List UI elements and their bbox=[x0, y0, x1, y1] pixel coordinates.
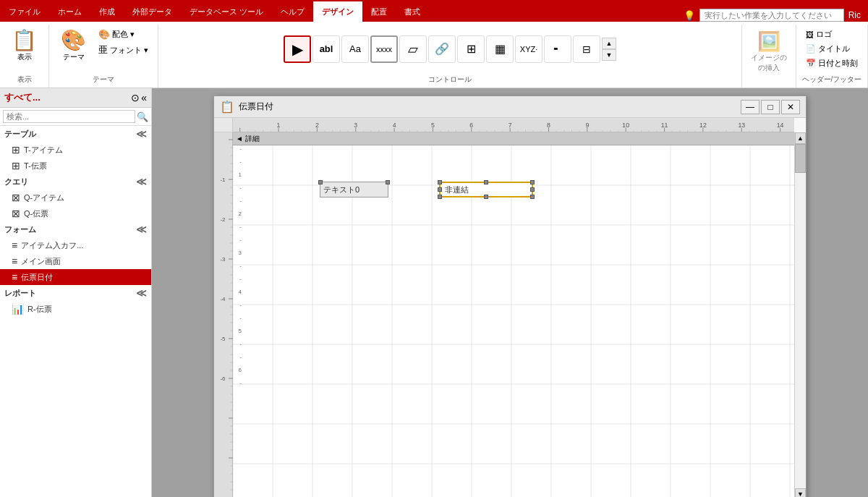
handle-top[interactable] bbox=[484, 180, 488, 184]
scroll-down-button[interactable]: ▼ bbox=[795, 488, 806, 497]
search-command-input[interactable] bbox=[699, 9, 844, 22]
color-button[interactable]: 🎨 配色 ▾ bbox=[95, 27, 152, 41]
title-icon: 📄 bbox=[806, 44, 816, 54]
svg-text:-5: -5 bbox=[220, 336, 226, 342]
svg-text:-6: -6 bbox=[220, 375, 226, 382]
scrollbar-track[interactable] bbox=[795, 144, 806, 488]
tab-external[interactable]: 外部データ bbox=[124, 1, 181, 22]
sidebar-section-query: クエリ ≪ ⊠ Q-アイテム ⊠ Q-伝票 bbox=[0, 174, 151, 221]
image-label2: の挿入 bbox=[758, 63, 780, 73]
unbound-control-label: 非連結 bbox=[445, 184, 469, 195]
tab-design[interactable]: デザイン bbox=[313, 1, 362, 22]
table-button[interactable]: ▦ bbox=[486, 35, 514, 63]
title-button[interactable]: 📄 タイトル bbox=[802, 42, 861, 56]
form-main-label: メイン画面 bbox=[21, 256, 61, 267]
svg-text:14: 14 bbox=[777, 122, 784, 129]
sidebar-search-area: 🔍 bbox=[0, 108, 151, 126]
theme-button[interactable]: 🎨 テーマ bbox=[55, 27, 92, 65]
cursor-button[interactable]: ▶ bbox=[284, 35, 311, 63]
sidebar-section-report-header[interactable]: レポート ≪ bbox=[0, 285, 151, 301]
logo-button[interactable]: 🖼 ロゴ bbox=[802, 27, 861, 41]
textbox-button[interactable]: abl bbox=[312, 35, 340, 63]
sidebar-expand-icon[interactable]: ⊙ bbox=[131, 92, 140, 103]
font-icon: 亜 bbox=[98, 43, 108, 56]
line-button[interactable]: ╸ bbox=[544, 35, 571, 63]
sidebar-search-input[interactable] bbox=[3, 110, 135, 123]
tab-create[interactable]: 作成 bbox=[90, 1, 124, 22]
t-invoice-label: T-伝票 bbox=[24, 161, 47, 171]
design-canvas[interactable]: ◄ 詳細 --1--2--3--4--5--6- テキスト0 bbox=[233, 132, 794, 497]
font-button[interactable]: 亜 フォント ▾ bbox=[95, 42, 152, 58]
scroll-up-button[interactable]: ▲ bbox=[795, 132, 806, 144]
sidebar-item-t-item[interactable]: ⊞ T-アイテム bbox=[0, 142, 151, 158]
handle-bottom[interactable] bbox=[484, 195, 488, 199]
handle-right[interactable] bbox=[530, 187, 535, 192]
label-button[interactable]: Aa bbox=[341, 35, 369, 63]
section-detail-label: 詳細 bbox=[245, 134, 260, 144]
handle-tr[interactable] bbox=[386, 180, 390, 184]
rectangle-button[interactable]: ▱ bbox=[399, 35, 427, 63]
svg-text:9: 9 bbox=[585, 122, 589, 129]
handle-tr2[interactable] bbox=[530, 180, 535, 184]
view-button[interactable]: 📋 表示 bbox=[6, 27, 43, 65]
search-icon: 🔍 bbox=[137, 111, 148, 122]
ribbon-group-view: 📋 表示 表示 bbox=[0, 25, 49, 88]
handle-tl2[interactable] bbox=[438, 180, 442, 184]
sidebar-item-q-invoice[interactable]: ⊠ Q-伝票 bbox=[0, 205, 151, 221]
scroll-up-btn[interactable]: ▲ bbox=[602, 38, 616, 49]
combo-button[interactable]: ⊟ bbox=[573, 35, 600, 63]
form-invoice-date-label: 伝票日付 bbox=[21, 272, 53, 283]
svg-text:11: 11 bbox=[661, 122, 668, 129]
form-minimize-btn[interactable]: — bbox=[741, 100, 760, 114]
sidebar-item-form-main[interactable]: ≡ メイン画面 bbox=[0, 253, 151, 269]
sidebar-section-table-header[interactable]: テーブル ≪ bbox=[0, 126, 151, 142]
image-icon: 🖼️ bbox=[757, 30, 780, 53]
font-label: フォント ▾ bbox=[110, 45, 148, 56]
scroll-down-btn[interactable]: ▼ bbox=[602, 49, 616, 61]
tab-help[interactable]: ヘルプ bbox=[272, 1, 313, 22]
handle-br[interactable] bbox=[530, 195, 535, 199]
form-title-icon: 📋 bbox=[220, 100, 234, 114]
tab-file[interactable]: ファイル bbox=[0, 1, 49, 22]
tab-arrange[interactable]: 配置 bbox=[362, 1, 396, 22]
sidebar-item-form-item[interactable]: ≡ アイテム入カフ... bbox=[0, 237, 151, 253]
handle-tl[interactable] bbox=[318, 180, 323, 184]
chart-button[interactable]: XYZ· bbox=[515, 35, 542, 63]
svg-text:6: 6 bbox=[469, 122, 473, 129]
sidebar-section-query-header[interactable]: クエリ ≪ bbox=[0, 174, 151, 190]
sidebar-item-t-invoice[interactable]: ⊞ T-伝票 bbox=[0, 158, 151, 174]
unbound-control[interactable]: 非連結 bbox=[439, 182, 533, 197]
handle-bl[interactable] bbox=[438, 195, 442, 199]
form-section-label: フォーム bbox=[4, 224, 36, 235]
svg-text:5: 5 bbox=[431, 122, 435, 129]
subform-button[interactable]: ⊞ bbox=[457, 35, 485, 63]
ribbon-group-header-footer: 🖼 ロゴ 📄 タイトル 📅 日付と時刻 ヘッダー/フッター bbox=[796, 25, 868, 88]
canvas-area: 📋 伝票日付 — □ ✕ 1234567891011121314 bbox=[152, 88, 868, 497]
sidebar-item-q-item[interactable]: ⊠ Q-アイテム bbox=[0, 190, 151, 205]
scrollbar-thumb[interactable] bbox=[795, 144, 806, 173]
image-insert-button[interactable]: 🖼️ イメージの の挿入 bbox=[748, 27, 790, 76]
datetime-button[interactable]: 📅 日付と時刻 bbox=[802, 56, 861, 70]
sidebar-item-r-invoice[interactable]: 📊 R-伝票 bbox=[0, 301, 151, 317]
handle-left[interactable] bbox=[438, 187, 442, 192]
svg-text:13: 13 bbox=[738, 122, 745, 129]
sidebar-section-form-header[interactable]: フォーム ≪ bbox=[0, 221, 151, 237]
tab-db-tools[interactable]: データベース ツール bbox=[181, 1, 272, 22]
text-control-0[interactable]: テキスト0 bbox=[320, 182, 388, 197]
vertical-ruler: -1-2-3-4-5-6 bbox=[214, 132, 233, 497]
view-group-label: 表示 bbox=[17, 73, 32, 88]
tab-format[interactable]: 書式 bbox=[396, 1, 429, 22]
sidebar-item-form-invoice-date[interactable]: ≡ 伝票日付 bbox=[0, 269, 151, 285]
ribbon: 📋 表示 表示 🎨 テーマ 🎨 配色 ▾ 亜 bbox=[0, 22, 868, 88]
ruler-corner bbox=[214, 118, 233, 132]
tab-home[interactable]: ホーム bbox=[49, 1, 90, 22]
sidebar-header: すべて... ⊙ « bbox=[0, 88, 151, 108]
color-icon: 🎨 bbox=[98, 29, 110, 40]
sidebar-collapse-icon[interactable]: « bbox=[141, 92, 147, 103]
command-button[interactable]: xxxx bbox=[370, 35, 398, 63]
form-maximize-btn[interactable]: □ bbox=[761, 100, 780, 114]
form-close-btn[interactable]: ✕ bbox=[781, 100, 800, 114]
hyperlink-button[interactable]: 🔗 bbox=[428, 35, 456, 63]
svg-text:10: 10 bbox=[622, 122, 629, 129]
view-icon: 📋 bbox=[12, 30, 37, 51]
